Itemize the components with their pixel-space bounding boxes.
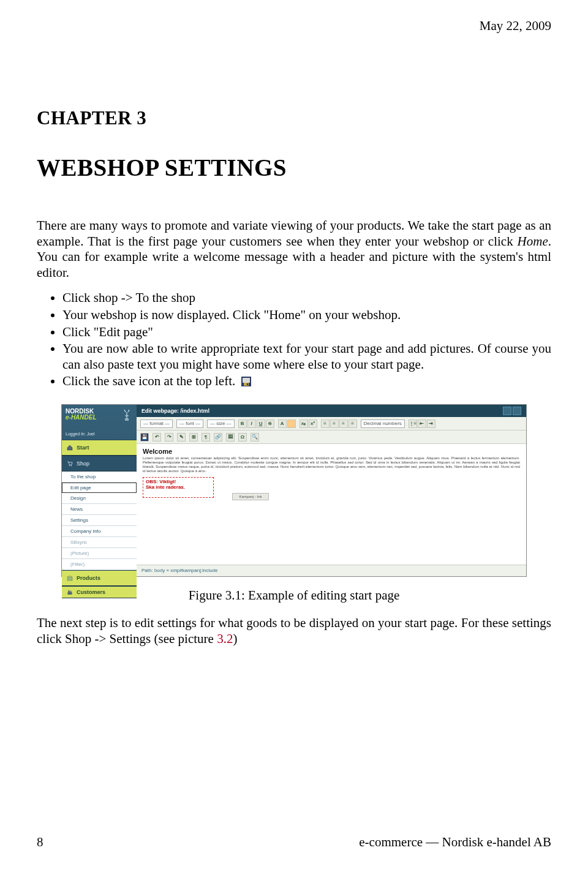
sidebar-sub-to-shop[interactable]: To the shop [62,472,137,483]
fig-sidebar: NORDISK e-HANDEL Logged in: Joel Start [62,405,137,576]
link-icon[interactable]: 🔗 [214,433,222,442]
sub-icon[interactable]: x₂ [300,419,308,428]
red-warning-box[interactable]: OBS: Viktigt! Ska inte raderas. [143,477,214,498]
fig-editor-content[interactable]: Welcome Lorem ipsum dolor sit amet, cons… [137,444,526,565]
footer-right: e-commerce — Nordisk e-handel AB [359,835,551,850]
fig-logged-in: Logged in: Joel [62,430,137,440]
svg-rect-6 [67,577,72,581]
sidebar-item-shop[interactable]: Shop [62,456,137,472]
sidebar-item-start[interactable]: Start [62,440,137,456]
align-right-icon[interactable]: ≡ [339,419,348,428]
char-icon[interactable]: Ω [238,433,247,442]
content-heading: Welcome [143,448,520,455]
html-icon[interactable]: ✎ [177,433,186,442]
indent-icon[interactable]: ⇥ [427,419,435,428]
table-icon[interactable]: ⊞ [189,433,198,442]
chapter-label-prefix: C [37,107,51,129]
figure-screenshot: NORDISK e-HANDEL Logged in: Joel Start [61,404,527,577]
pagebreak-icon[interactable]: ¶ [202,433,210,442]
font-select[interactable]: — font — [176,419,203,428]
closing-text-a: The next step is to edit settings for wh… [37,615,551,646]
instruction-list: Click shop -> To the shop Your webshop i… [37,290,551,389]
content-lorem: Lorem ipsum dolor sit amet, consectetuer… [143,456,520,473]
strike-icon[interactable]: S [266,419,274,428]
sidebar-sub-settings[interactable]: Settings [62,515,137,526]
list-item: Your webshop is now displayed. Click "Ho… [62,307,551,323]
page-number: 8 [37,835,43,850]
sidebar-sublist: To the shop Edit page Design News Settin… [62,472,137,570]
undo-icon[interactable]: ↶ [153,433,161,442]
textcolor-icon[interactable]: A [278,419,287,428]
help-icon[interactable] [503,407,511,415]
cart-icon [67,460,73,467]
sidebar-sub-edit-page[interactable]: Edit page [62,483,137,493]
deer-icon [122,408,133,423]
save-icon[interactable]: 💾 [140,433,149,442]
logo-line2: e-HANDEL [66,414,97,421]
chapter-title-rest: EBSHOP SETTINGS [61,154,287,181]
p1-home-ref: Home [518,234,548,249]
body-paragraph-1: There are many ways to promote and varia… [37,218,551,280]
svg-point-7 [68,590,70,592]
sidebar-sub-picture[interactable]: (Picture) [62,548,137,559]
list-ul-icon[interactable]: ⋮≡ [409,419,417,428]
size-select[interactable]: — size — [207,419,235,428]
fig-ref-link[interactable]: 3.2 [217,631,233,646]
chapter-number: 3 [137,107,146,129]
titlebar-text: Edit webpage: /index.html [141,408,209,414]
fig-main: Edit webpage: /index.html — format — — f… [137,405,526,576]
redbox-line2: Ska inte raderas. [146,484,211,490]
fig-toolbar-row1: — format — — font — — size — B I U S A x [137,417,526,430]
fig-logo: NORDISK e-HANDEL [62,405,137,430]
svg-rect-9 [67,592,72,595]
logged-label: Logged in: [66,432,86,436]
close-icon[interactable] [513,407,521,415]
underline-icon[interactable]: U [257,419,265,428]
numbers-select[interactable]: Decimal numbers [361,419,405,428]
outdent-icon[interactable]: ⇤ [418,419,426,428]
zoom-icon[interactable]: 🔍 [251,433,259,442]
bold-icon[interactable]: B [238,419,247,428]
svg-rect-3 [247,383,248,385]
sidebar-start-label: Start [77,445,89,451]
sidebar-sub-filter[interactable]: (Filter) [62,559,137,570]
sidebar-item-customers[interactable]: Customers [62,586,137,598]
closing-paragraph: The next step is to edit settings for wh… [37,615,551,647]
chapter-label-rest: HAPTER [51,107,132,129]
sidebar-products-label: Products [77,575,100,581]
p1-text-a: There are many ways to promote and varia… [37,218,551,249]
svg-point-4 [69,465,70,467]
header-date: May 22, 2009 [37,18,551,34]
closing-text-b: ) [233,631,237,646]
svg-point-5 [71,465,72,467]
box-icon [67,575,73,581]
align-left-icon[interactable]: ≡ [321,419,330,428]
redo-icon[interactable]: ↷ [165,433,173,442]
list-item: Click the save icon at the top left. [62,374,551,389]
drag-element[interactable]: Kampanj - Ink [232,493,269,500]
chapter-label: CHAPTER 3 [37,107,551,129]
sidebar-sub-company-info[interactable]: Company info [62,526,137,537]
people-icon [67,589,73,595]
fig-path-bar: Path: body » xmp#kampanj:include [137,565,526,575]
sidebar-sub-design[interactable]: Design [62,493,137,504]
redbox-line1: OBS: Viktigt! [146,479,211,484]
image-icon[interactable]: 🖼 [226,433,235,442]
list-item: Click shop -> To the shop [62,290,551,306]
format-select[interactable]: — format — [140,419,173,428]
align-center-icon[interactable]: ≡ [330,419,339,428]
italic-icon[interactable]: I [247,419,256,428]
chapter-title: WEBSHOP SETTINGS [37,154,551,181]
list-item: You are now able to write appropriate te… [62,341,551,372]
fig-toolbar-row2: 💾 ↶ ↷ ✎ ⊞ ¶ 🔗 🖼 Ω 🔍 [137,430,526,444]
svg-rect-1 [243,378,250,383]
sidebar-item-products[interactable]: Products [62,570,137,586]
bgcolor-icon[interactable] [287,419,296,428]
sidebar-sub-news[interactable]: News [62,504,137,515]
fig-titlebar: Edit webpage: /index.html [137,405,526,417]
sup-icon[interactable]: x² [309,419,317,428]
sidebar-shop-label: Shop [77,460,89,467]
justify-icon[interactable]: ≡ [349,419,357,428]
sidebar-customers-label: Customers [77,589,105,595]
sidebar-sub-sbsync[interactable]: SBsync [62,537,137,548]
